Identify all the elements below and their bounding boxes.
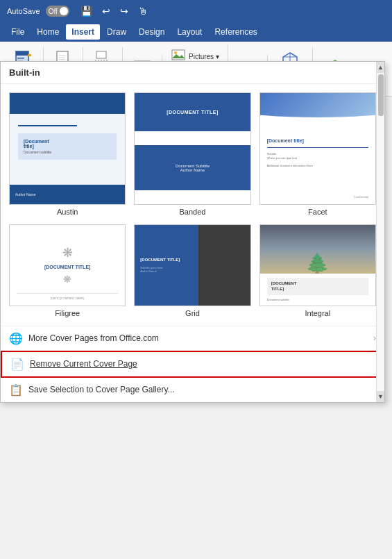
cover-thumb-integral: 🌲 [DOCUMENTTITLE] Document subtitle xyxy=(259,224,376,306)
cover-thumb-banded: [DOCUMENT TITLE] Document SubtitleAuthor… xyxy=(134,92,250,205)
banded-title-text: [DOCUMENT TITLE] xyxy=(167,110,219,115)
cursor-icon[interactable]: 🖱 xyxy=(135,4,151,18)
banded-middle: Document SubtitleAuthor Name xyxy=(135,145,250,190)
panel-body: [Documenttitle] Document subtitle Author… xyxy=(1,84,384,326)
menu-file[interactable]: File xyxy=(6,24,30,40)
scrollbar[interactable]: ▲ ▼ xyxy=(376,62,384,402)
remove-cover-item[interactable]: 📄 Remove Current Cover Page xyxy=(1,351,384,378)
more-pages-icon: 🌐 xyxy=(9,332,23,345)
panel-header: Built-in xyxy=(1,62,384,84)
austin-line xyxy=(18,125,77,126)
pictures-label: Pictures ▾ xyxy=(189,53,219,60)
austin-sub-text: Document subtitle xyxy=(24,150,111,154)
austin-bottom: Author Name xyxy=(10,185,125,204)
cover-page-panel: Built-in [Documenttitle] Document subtit… xyxy=(0,61,385,403)
svg-point-19 xyxy=(174,51,177,54)
facet-footer: Confidential xyxy=(354,195,368,199)
integral-content: [DOCUMENTTITLE] Document subtitle xyxy=(260,274,375,306)
facet-content: [Document title] SubtitleWhere you can t… xyxy=(260,117,375,175)
facet-wave xyxy=(260,93,375,117)
grid-left: [DOCUMENT TITLE] Subtitle goes hereAutho… xyxy=(135,225,198,306)
svg-rect-8 xyxy=(59,57,65,58)
save-selection-icon: 📋 xyxy=(9,383,23,397)
filigree-bottom: [DATE] [COMPANY NAME] xyxy=(17,293,118,300)
title-bar: AutoSave Off 💾 ↩ ↪ 🖱 xyxy=(0,0,392,22)
integral-photo-trees: 🌲 xyxy=(305,254,330,274)
save-selection-label: Save Selection to Cover Page Gallery... xyxy=(28,385,175,394)
menu-home[interactable]: Home xyxy=(31,24,65,40)
remove-cover-icon: 📄 xyxy=(10,358,24,371)
banded-top: [DOCUMENT TITLE] xyxy=(135,93,250,131)
autosave-toggle[interactable]: Off xyxy=(46,6,69,17)
scroll-up-button[interactable]: ▲ xyxy=(377,62,384,73)
facet-title-text: [Document title] xyxy=(267,138,368,143)
scroll-down-button[interactable]: ▼ xyxy=(377,391,384,402)
cover-thumb-filigree: ❋ [DOCUMENT TITLE] ❋ [DATE] [COMPANY NAM… xyxy=(9,224,126,306)
more-pages-label: More Cover Pages from Office.com xyxy=(28,333,159,343)
remove-cover-label: Remove Current Cover Page xyxy=(30,359,137,369)
svg-rect-3 xyxy=(17,60,23,60)
grid-title-text: [DOCUMENT TITLE] xyxy=(140,258,192,263)
austin-content: [Documenttitle] Document subtitle xyxy=(10,114,125,167)
panel-footer: 🌐 More Cover Pages from Office.com › 📄 R… xyxy=(1,326,384,402)
scroll-track xyxy=(377,73,384,391)
integral-title-text: [DOCUMENTTITLE] xyxy=(271,281,364,292)
cover-thumb-austin: [Documenttitle] Document subtitle Author… xyxy=(9,92,126,205)
save-selection-item[interactable]: 📋 Save Selection to Cover Page Gallery..… xyxy=(1,378,384,402)
austin-bottom-text: Author Name xyxy=(15,192,35,197)
menu-draw[interactable]: Draw xyxy=(101,24,132,40)
svg-rect-2 xyxy=(17,58,24,59)
cover-item-facet[interactable]: [Document title] SubtitleWhere you can t… xyxy=(259,92,376,216)
cover-item-banded[interactable]: [DOCUMENT TITLE] Document SubtitleAuthor… xyxy=(134,92,250,216)
menu-layout[interactable]: Layout xyxy=(171,24,207,40)
cover-item-grid[interactable]: [DOCUMENT TITLE] Subtitle goes hereAutho… xyxy=(134,224,250,317)
cover-item-filigree[interactable]: ❋ [DOCUMENT TITLE] ❋ [DATE] [COMPANY NAM… xyxy=(9,224,126,317)
filigree-title-text: [DOCUMENT TITLE] xyxy=(44,265,91,269)
toggle-off-label: Off xyxy=(49,8,58,15)
toggle-knob xyxy=(60,7,68,15)
svg-rect-7 xyxy=(59,55,66,56)
cover-thumb-facet: [Document title] SubtitleWhere you can t… xyxy=(259,92,376,205)
grid-right xyxy=(198,225,250,306)
more-pages-item[interactable]: 🌐 More Cover Pages from Office.com › xyxy=(1,326,384,351)
austin-top-bar xyxy=(10,93,125,114)
cover-label-integral: Integral xyxy=(305,309,330,317)
scroll-thumb xyxy=(378,74,384,116)
integral-photo: 🌲 xyxy=(260,225,375,274)
toolbar-icons: 💾 ↩ ↪ 🖱 xyxy=(78,4,151,18)
cover-label-grid: Grid xyxy=(185,309,200,317)
cover-grid: [Documenttitle] Document subtitle Author… xyxy=(9,90,376,320)
austin-title-box: [Documenttitle] Document subtitle xyxy=(18,133,117,160)
svg-rect-5 xyxy=(28,54,31,56)
filigree-line xyxy=(17,293,118,294)
menu-insert[interactable]: Insert xyxy=(66,24,100,40)
banded-middle-text: Document SubtitleAuthor Name xyxy=(176,164,210,172)
cover-item-integral[interactable]: 🌲 [DOCUMENTTITLE] Document subtitle Inte… xyxy=(259,224,376,317)
facet-body-text: Additional document information here xyxy=(267,164,368,168)
save-icon[interactable]: 💾 xyxy=(78,4,95,18)
autosave-label: AutoSave xyxy=(7,7,40,15)
menu-design[interactable]: Design xyxy=(133,24,170,40)
filigree-ornament-bottom: ❋ xyxy=(63,274,71,285)
svg-rect-9 xyxy=(59,59,65,60)
menu-references[interactable]: References xyxy=(209,24,262,40)
facet-subtitle-text: SubtitleWhere you can type text xyxy=(267,152,368,160)
cover-item-austin[interactable]: [Documenttitle] Document subtitle Author… xyxy=(9,92,126,216)
svg-rect-1 xyxy=(16,51,28,56)
cover-label-banded: Banded xyxy=(180,208,206,216)
cover-label-facet: Facet xyxy=(308,208,327,216)
cover-label-austin: Austin xyxy=(57,208,78,216)
filigree-ornament-top: ❋ xyxy=(62,245,73,260)
facet-divider xyxy=(267,147,368,148)
menu-bar: File Home Insert Draw Design Layout Refe… xyxy=(0,22,392,42)
austin-title-text: [Documenttitle] xyxy=(24,139,111,149)
cover-thumb-grid: [DOCUMENT TITLE] Subtitle goes hereAutho… xyxy=(134,224,250,306)
redo-icon[interactable]: ↪ xyxy=(117,4,131,18)
filigree-footer-text: [DATE] [COMPANY NAME] xyxy=(17,297,118,300)
integral-title-box: [DOCUMENTTITLE] xyxy=(267,278,368,295)
grid-sub-text: Subtitle goes hereAuthor Name xyxy=(140,266,192,273)
cover-label-filigree: Filigree xyxy=(55,309,80,317)
integral-subtitle-text: Document subtitle xyxy=(267,298,368,301)
undo-icon[interactable]: ↩ xyxy=(99,4,113,18)
svg-rect-10 xyxy=(96,51,106,58)
